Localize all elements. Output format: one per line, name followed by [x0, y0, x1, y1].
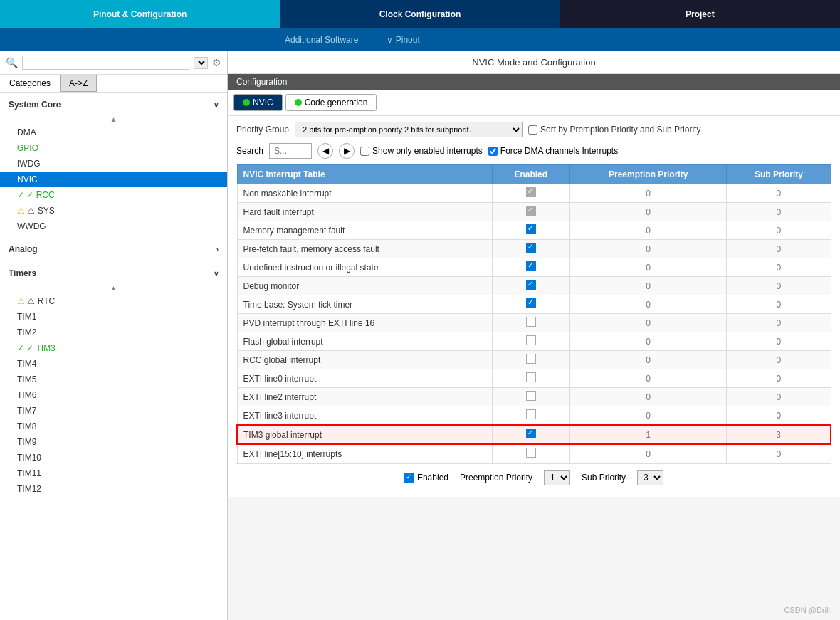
sub-priority-value: 0	[727, 369, 831, 388]
interrupt-enabled[interactable]	[492, 184, 569, 203]
sidebar-item-rcc[interactable]: ✓ RCC	[0, 187, 227, 203]
interrupt-enabled[interactable]	[492, 332, 569, 351]
section-system-core-header[interactable]: System Core ∨	[0, 95, 227, 114]
interrupt-enabled[interactable]	[492, 425, 569, 444]
table-row[interactable]: Memory management fault00	[237, 221, 831, 240]
sidebar-item-tim1[interactable]: TIM1	[0, 309, 227, 325]
preemption-priority-value: 0	[569, 258, 727, 277]
table-row[interactable]: EXTI line3 interrupt00	[237, 406, 831, 426]
chevron-down-icon-timers: ∨	[214, 270, 219, 278]
sidebar-item-tim5[interactable]: TIM5	[0, 372, 227, 387]
nvic-interrupt-table: NVIC Interrupt Table Enabled Preemption …	[236, 164, 831, 463]
nav-pinout[interactable]: ∨ Pinout	[372, 35, 434, 45]
table-row[interactable]: Hard fault interrupt00	[237, 203, 831, 221]
code-gen-tab-label: Code generation	[305, 98, 368, 107]
sidebar: 🔍 ▼ ⚙ Categories A->Z System Core ∨ ▲ DM…	[0, 51, 228, 620]
interrupt-enabled[interactable]	[492, 369, 569, 388]
sidebar-item-gpio[interactable]: GPIO	[0, 140, 227, 156]
tab-code-generation[interactable]: Code generation	[285, 94, 377, 111]
gear-icon[interactable]: ⚙	[212, 57, 221, 68]
sub-priority-value: 0	[727, 444, 831, 463]
sub-priority-value: 0	[727, 351, 831, 369]
sort-priority-label: Sort by Premption Priority and Sub Prior…	[540, 125, 700, 135]
table-row[interactable]: Time base: System tick timer00	[237, 295, 831, 314]
interrupt-enabled[interactable]	[492, 351, 569, 369]
nav-additional-software[interactable]: Additional Software	[271, 35, 372, 45]
scroll-up-arrow-timers[interactable]: ▲	[0, 283, 227, 293]
interrupt-enabled[interactable]	[492, 388, 569, 406]
force-dma-checkbox[interactable]	[488, 147, 498, 156]
table-row[interactable]: EXTI line2 interrupt00	[237, 388, 831, 406]
interrupt-enabled[interactable]	[492, 258, 569, 277]
footer-preemption-label: Preemption Priority	[460, 473, 532, 483]
section-timers-header[interactable]: Timers ∨	[0, 264, 227, 283]
sidebar-item-tim11[interactable]: TIM11	[0, 466, 227, 481]
section-analog-header[interactable]: Analog ›	[0, 240, 227, 258]
preemption-priority-value: 0	[569, 277, 727, 295]
nav-project[interactable]: Project	[560, 0, 840, 28]
sub-priority-value: 0	[727, 184, 831, 203]
interrupt-enabled[interactable]	[492, 203, 569, 221]
preemption-priority-value: 0	[569, 295, 727, 314]
scroll-up-arrow[interactable]: ▲	[0, 114, 227, 125]
table-row[interactable]: Pre-fetch fault, memory access fault00	[237, 240, 831, 258]
sidebar-item-tim4[interactable]: TIM4	[0, 356, 227, 372]
table-row[interactable]: Flash global interrupt00	[237, 332, 831, 351]
sidebar-item-tim8[interactable]: TIM8	[0, 419, 227, 434]
sub-priority-value: 0	[727, 406, 831, 426]
sidebar-item-nvic[interactable]: NVIC	[0, 172, 227, 187]
tab-a-to-z[interactable]: A->Z	[60, 75, 97, 92]
sort-priority-checkbox[interactable]	[528, 125, 537, 135]
interrupt-enabled[interactable]	[492, 444, 569, 463]
footer-preemption-select[interactable]: 1 0 2 3	[544, 470, 570, 485]
sub-priority-value: 0	[727, 295, 831, 314]
table-row[interactable]: Undefined instruction or illegal state00	[237, 258, 831, 277]
interrupt-enabled[interactable]	[492, 295, 569, 314]
show-enabled-checkbox[interactable]	[360, 147, 369, 156]
priority-group-select[interactable]: 2 bits for pre-emption priority 2 bits f…	[295, 122, 523, 137]
sub-priority-value: 0	[727, 221, 831, 240]
table-row[interactable]: RCC global interrupt00	[237, 351, 831, 369]
sidebar-item-tim3[interactable]: ✓ TIM3	[0, 340, 227, 356]
sidebar-item-tim6[interactable]: TIM6	[0, 387, 227, 403]
search-input-nvic[interactable]	[269, 143, 312, 159]
table-row[interactable]: Non maskable interrupt00	[237, 184, 831, 203]
footer-enabled-checkbox[interactable]	[404, 473, 414, 483]
search-next-btn[interactable]: ▶	[339, 143, 355, 159]
table-row[interactable]: Debug monitor00	[237, 277, 831, 295]
sidebar-item-dma[interactable]: DMA	[0, 125, 227, 140]
footer-sub-priority-select[interactable]: 3 0 1 2	[637, 470, 663, 485]
interrupt-enabled[interactable]	[492, 221, 569, 240]
sidebar-item-tim7[interactable]: TIM7	[0, 403, 227, 419]
search-dropdown[interactable]: ▼	[194, 57, 208, 69]
interrupt-name: EXTI line2 interrupt	[237, 388, 492, 406]
force-dma-checkbox-group: Force DMA channels Interrupts	[488, 146, 618, 156]
sidebar-item-tim12[interactable]: TIM12	[0, 481, 227, 497]
tab-nvic[interactable]: NVIC	[233, 94, 283, 111]
search-prev-btn[interactable]: ◀	[317, 143, 333, 159]
sidebar-item-sys[interactable]: ⚠ SYS	[0, 203, 227, 219]
sidebar-item-iwdg[interactable]: IWDG	[0, 156, 227, 172]
interrupt-enabled[interactable]	[492, 240, 569, 258]
interrupt-enabled[interactable]	[492, 277, 569, 295]
sidebar-item-tim10[interactable]: TIM10	[0, 450, 227, 466]
interrupt-enabled[interactable]	[492, 406, 569, 426]
interrupt-name: Pre-fetch fault, memory access fault	[237, 240, 492, 258]
table-row[interactable]: EXTI line[15:10] interrupts00	[237, 444, 831, 463]
table-row[interactable]: TIM3 global interrupt13	[237, 425, 831, 444]
sidebar-item-wwdg[interactable]: WWDG	[0, 219, 227, 234]
col-nvic-interrupt: NVIC Interrupt Table	[237, 165, 492, 184]
sidebar-item-rtc[interactable]: ⚠ RTC	[0, 293, 227, 309]
tab-categories[interactable]: Categories	[0, 75, 60, 92]
nav-pinout-config[interactable]: Pinout & Configuration	[0, 0, 280, 28]
sidebar-search-row: 🔍 ▼ ⚙	[0, 51, 227, 75]
nav-clock-config[interactable]: Clock Configuration	[280, 0, 560, 28]
table-row[interactable]: PVD interrupt through EXTI line 1600	[237, 314, 831, 332]
sidebar-item-tim2[interactable]: TIM2	[0, 325, 227, 340]
sidebar-item-tim9[interactable]: TIM9	[0, 434, 227, 450]
search-input[interactable]	[22, 56, 189, 70]
table-row[interactable]: EXTI line0 interrupt00	[237, 369, 831, 388]
interrupt-enabled[interactable]	[492, 314, 569, 332]
preemption-priority-value: 0	[569, 369, 727, 388]
content-panel: NVIC Mode and Configuration Configuratio…	[228, 51, 840, 620]
